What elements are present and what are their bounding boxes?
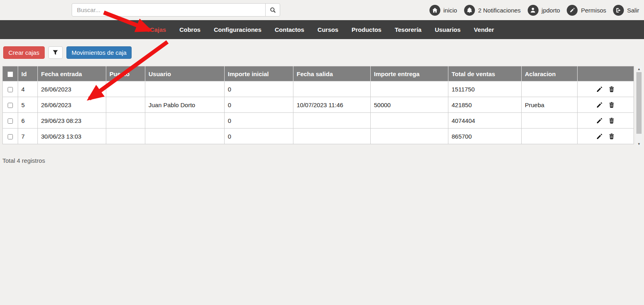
table-header-row: Id Fecha entrada Puesto Usuario Importe … xyxy=(3,66,634,81)
home-icon xyxy=(429,5,440,16)
pencil-icon xyxy=(567,5,578,16)
cell-fecha-entrada: 30/06/23 13:03 xyxy=(38,129,106,144)
col-header-importe-inicial: Importe inicial xyxy=(225,66,293,81)
edit-pencil-icon[interactable] xyxy=(595,132,604,141)
cell-puesto xyxy=(106,129,145,144)
user-icon xyxy=(528,5,539,16)
cell-aclaracion: Prueba xyxy=(522,97,578,113)
row-checkbox[interactable] xyxy=(8,118,13,124)
select-all-checkbox[interactable] xyxy=(8,72,13,77)
main-nav: Cajas Cobros Configuraciones Contactos C… xyxy=(0,20,644,39)
col-header-aclaracion: Aclaracion xyxy=(522,66,578,81)
topbar-item-label: 2 Notificaciones xyxy=(478,7,521,14)
cell-fecha-salida xyxy=(293,113,371,129)
cell-fecha-salida: 10/07/2023 11:46 xyxy=(293,97,371,113)
nav-item-cursos[interactable]: Cursos xyxy=(318,26,339,33)
cell-usuario xyxy=(145,81,225,97)
cell-importe-entrega xyxy=(371,81,448,97)
row-checkbox[interactable] xyxy=(8,134,13,139)
col-header-usuario: Usuario xyxy=(145,66,225,81)
nav-item-usuarios[interactable]: Usuarios xyxy=(435,26,460,33)
toolbar: Crear cajas Movimientos de caja xyxy=(3,46,644,59)
cell-importe-entrega xyxy=(371,113,448,129)
table-scrollbar[interactable]: ▲ ▼ xyxy=(636,66,642,147)
topbar-item-user[interactable]: jpdorto xyxy=(528,5,560,16)
cell-fecha-salida xyxy=(293,81,371,97)
cell-puesto xyxy=(106,81,145,97)
cell-fecha-entrada: 29/06/23 08:23 xyxy=(38,113,106,129)
cell-usuario xyxy=(145,113,225,129)
search-group xyxy=(72,3,280,17)
filter-button[interactable] xyxy=(48,46,63,59)
cell-id: 7 xyxy=(18,129,38,144)
cell-importe-inicial: 0 xyxy=(225,97,293,113)
scrollbar-thumb[interactable] xyxy=(636,72,642,134)
funnel-icon xyxy=(52,50,58,56)
cell-aclaracion xyxy=(522,113,578,129)
cajas-table: Id Fecha entrada Puesto Usuario Importe … xyxy=(2,66,634,144)
search-input[interactable] xyxy=(72,3,266,17)
delete-trash-icon[interactable] xyxy=(607,85,616,93)
cell-usuario: Juan Pablo Dorto xyxy=(145,97,225,113)
cell-aclaracion xyxy=(522,81,578,97)
topbar-item-inicio[interactable]: inicio xyxy=(429,5,457,16)
cell-usuario xyxy=(145,129,225,144)
col-header-fecha-salida: Fecha salida xyxy=(293,66,371,81)
cell-id: 5 xyxy=(18,97,38,113)
cell-importe-entrega: 50000 xyxy=(371,97,448,113)
col-header-actions xyxy=(578,66,634,81)
edit-pencil-icon[interactable] xyxy=(595,100,604,109)
row-checkbox[interactable] xyxy=(8,87,13,92)
topbar-right: inicio 2 Notificaciones jpdorto Permisos… xyxy=(429,0,639,20)
col-header-fecha-entrada: Fecha entrada xyxy=(38,66,106,81)
topbar-item-label: Permisos xyxy=(581,7,606,14)
topbar-item-notificaciones[interactable]: 2 Notificaciones xyxy=(464,5,521,16)
scrollbar-up-icon[interactable]: ▲ xyxy=(636,66,642,72)
col-header-puesto: Puesto xyxy=(106,66,145,81)
cell-puesto xyxy=(106,113,145,129)
cell-id: 6 xyxy=(18,113,38,129)
cell-aclaracion xyxy=(522,129,578,144)
search-button[interactable] xyxy=(265,3,280,17)
scrollbar-down-icon[interactable]: ▼ xyxy=(636,141,642,147)
crear-cajas-button[interactable]: Crear cajas xyxy=(3,46,45,59)
cell-importe-inicial: 0 xyxy=(225,113,293,129)
cell-fecha-entrada: 26/06/2023 xyxy=(38,97,106,113)
col-header-total-ventas: Total de ventas xyxy=(448,66,522,81)
nav-item-vender[interactable]: Vender xyxy=(474,26,494,33)
cell-total-ventas: 421850 xyxy=(448,97,522,113)
topbar-item-permisos[interactable]: Permisos xyxy=(567,5,606,16)
nav-item-configuraciones[interactable]: Configuraciones xyxy=(214,26,261,33)
topbar-item-label: jpdorto xyxy=(542,7,560,14)
col-header-id: Id xyxy=(18,66,38,81)
nav-item-cobros[interactable]: Cobros xyxy=(180,26,201,33)
bell-icon xyxy=(464,5,475,16)
topbar-item-salir[interactable]: Salir xyxy=(613,5,639,16)
topbar-item-label: Salir xyxy=(627,7,639,14)
edit-pencil-icon[interactable] xyxy=(595,116,604,125)
table-row: 4 26/06/2023 0 1511750 xyxy=(3,81,634,97)
cell-fecha-salida xyxy=(293,129,371,144)
table-row: 7 30/06/23 13:03 0 865700 xyxy=(3,129,634,144)
cell-total-ventas: 1511750 xyxy=(448,81,522,97)
nav-item-contactos[interactable]: Contactos xyxy=(275,26,304,33)
table-zone: Id Fecha entrada Puesto Usuario Importe … xyxy=(2,66,644,147)
search-icon xyxy=(270,7,276,13)
delete-trash-icon[interactable] xyxy=(607,100,616,109)
cell-id: 4 xyxy=(18,81,38,97)
topbar: inicio 2 Notificaciones jpdorto Permisos… xyxy=(0,0,644,20)
movimientos-button[interactable]: Movimientos de caja xyxy=(66,46,132,59)
row-checkbox[interactable] xyxy=(8,103,13,108)
cell-fecha-entrada: 26/06/2023 xyxy=(38,81,106,97)
delete-trash-icon[interactable] xyxy=(607,132,616,141)
nav-item-tesoreria[interactable]: Tesorería xyxy=(395,26,421,33)
nav-item-cajas[interactable]: Cajas xyxy=(150,26,166,33)
cell-puesto xyxy=(106,97,145,113)
delete-trash-icon[interactable] xyxy=(607,116,616,125)
edit-pencil-icon[interactable] xyxy=(595,85,604,93)
nav-item-productos[interactable]: Productos xyxy=(352,26,382,33)
cell-importe-inicial: 0 xyxy=(225,129,293,144)
table-row: 5 26/06/2023 Juan Pablo Dorto 0 10/07/20… xyxy=(3,97,634,113)
cell-importe-inicial: 0 xyxy=(225,81,293,97)
total-records: Total 4 registros xyxy=(2,157,644,164)
